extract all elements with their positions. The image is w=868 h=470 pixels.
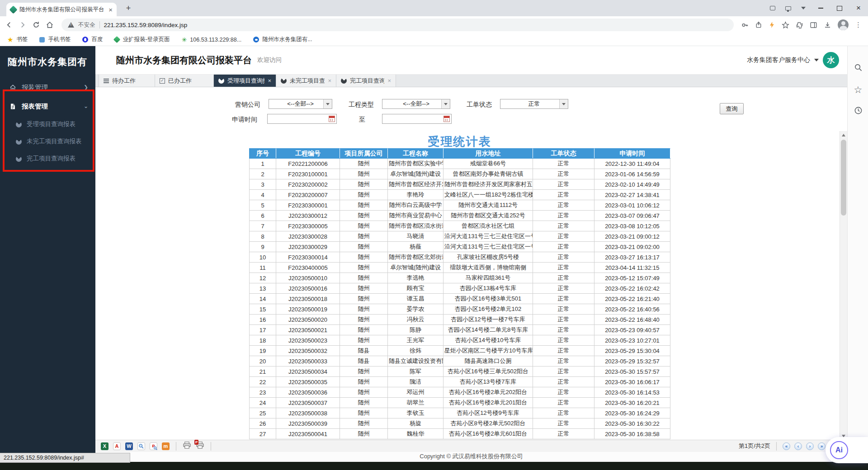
query-button[interactable]: 查询: [720, 103, 744, 114]
print-icon[interactable]: [183, 442, 191, 451]
tab-accepted-report[interactable]: 受理项目查询报表 ×: [214, 75, 276, 87]
table-row[interactable]: 8J20230300028随州马晓清沿河大道131号三七三处住宅区一号正常202…: [250, 231, 670, 242]
table-row[interactable]: 11F20230400005随州卓尔智城(随州)建设擂鼓墩大道西侧，博物馆南侧正…: [250, 263, 670, 273]
search-icon[interactable]: [853, 62, 863, 72]
side-panel-icon[interactable]: [810, 21, 817, 29]
table-row[interactable]: 26J20230500039随州杨旋杏苑小区8号楼2单元502阳台正常2023-…: [250, 418, 670, 429]
first-page-button[interactable]: «: [783, 442, 790, 450]
tab-unfinished-report[interactable]: 未完工项目查询报表 ×: [276, 75, 336, 87]
table-row[interactable]: 10F20230300014随州随州市曾都区北郊街道孔家坡社区棚改房5号楼正常2…: [250, 252, 670, 263]
browser-tab[interactable]: 随州市水务集团有限公司报装平台 ×: [6, 3, 117, 16]
table-row[interactable]: 1F20221200006随州随州市曾都区实验中学戒烟堂巷66号正常2022-1…: [250, 159, 670, 169]
sidebar-item-baozhuang[interactable]: 报装管理 ❯: [0, 78, 95, 97]
maximize-button[interactable]: [830, 0, 849, 16]
tab-close-icon[interactable]: ×: [387, 77, 391, 84]
table-row[interactable]: 20J20230500033随县随县立诚建设投资有限随县高速路口公厕正常2023…: [250, 356, 670, 367]
tab-done[interactable]: ✓ 已办工作: [155, 75, 214, 87]
table-row[interactable]: 24J20230500037随州胡翠兰杏苑小区16号楼2单元201阳台正常202…: [250, 398, 670, 408]
new-tab-button[interactable]: +: [123, 3, 134, 14]
image-export-icon[interactable]: m: [162, 442, 170, 450]
tab-finished-report[interactable]: 完工项目查询报表 ×: [336, 75, 396, 87]
history-clock-icon[interactable]: [853, 105, 863, 115]
date-from-input[interactable]: [267, 114, 337, 124]
bookmark-item[interactable]: ✳106.53.113.229:88...: [182, 36, 242, 43]
tab-close-icon[interactable]: ×: [328, 77, 331, 84]
bookmark-star-icon[interactable]: [782, 21, 789, 29]
status-select[interactable]: 正常: [500, 99, 568, 109]
table-row[interactable]: 19J20230500032随县徐炜星炬小区南区二号楼平方10号车库正常2023…: [250, 346, 670, 356]
table-row[interactable]: 9J20230300029随州杨薇沿河大道131号三七三处住宅区一号正常2023…: [250, 242, 670, 252]
close-window-button[interactable]: ×: [849, 0, 868, 16]
table-row[interactable]: 27J20230500041随州魏桂华杏苑小区16号楼2单元601阳台正常202…: [250, 429, 670, 439]
sidebar-subitem-finished[interactable]: 完工项目查询报表: [0, 150, 95, 167]
bookmark-item[interactable]: 业扩报装-登录页面: [114, 36, 170, 43]
split-view-icon[interactable]: [780, 2, 796, 14]
sidebar-subitem-accepted[interactable]: 受理项目查询报表: [0, 116, 95, 133]
forward-icon[interactable]: [18, 20, 27, 29]
company-select[interactable]: <--全部-->: [269, 99, 332, 109]
scroll-up-arrow[interactable]: [840, 131, 847, 139]
tab-close-icon[interactable]: ×: [108, 6, 113, 13]
table-row[interactable]: 21J20230500034随州陈军杏苑小区16号楼三单元502阳台正常2023…: [250, 367, 670, 377]
sidebar-subitem-unfinished[interactable]: 未完工项目查询报表: [0, 133, 95, 150]
lightning-extension-icon[interactable]: [769, 21, 775, 28]
pdf-print-icon[interactable]: P: [196, 442, 204, 451]
table-row[interactable]: 6J20230300012随州随州市商业贸易中心随州市曾都区交通大道252号正常…: [250, 211, 670, 221]
next-page-button[interactable]: ›: [806, 442, 814, 450]
downloads-icon[interactable]: [824, 21, 831, 29]
favorites-star-icon[interactable]: ☆: [853, 85, 863, 95]
table-row[interactable]: 2F20230100001随州卓尔智城(随州)建设曾都区南郊办事处青铜古镇正常2…: [250, 169, 670, 179]
date-to-input[interactable]: [382, 114, 452, 124]
table-row[interactable]: 12J20230500010随州李选艳马家榨四组361号正常2023-05-12…: [250, 273, 670, 283]
table-row[interactable]: 14J20230500018随州谭玉昌杏园小区16号楼3单元501正常2023-…: [250, 294, 670, 304]
profile-avatar[interactable]: [838, 19, 849, 30]
pdf-export-icon[interactable]: A: [113, 442, 121, 450]
table-row[interactable]: 13J20230500016随州顾有宝杏园小区13栋4号车库正常2023-05-…: [250, 283, 670, 294]
print-preview-icon[interactable]: [137, 442, 145, 450]
share-icon[interactable]: [755, 21, 762, 28]
bookmark-item[interactable]: ★书签: [7, 36, 28, 43]
table-row[interactable]: 17J20230500021随州陈静杏园小区14号楼二单元8号车库正常2023-…: [250, 325, 670, 335]
table-row[interactable]: 16J20230500020随州冯秋云杏园小区12号楼一楼7号车库正常2023-…: [250, 315, 670, 325]
not-secure-warning-icon[interactable]: [68, 22, 74, 28]
pdf-preview-icon[interactable]: P: [150, 442, 157, 450]
sidebar-item-baobiao[interactable]: 报表管理 ⌄: [0, 97, 95, 116]
type-select[interactable]: <--全部-->: [382, 99, 450, 109]
downloads-tray-icon[interactable]: [796, 2, 811, 14]
url-text[interactable]: 221.235.152.59:8089/index.jsp: [104, 22, 188, 28]
table-row[interactable]: 7F20230300005随州随州市曾都区涢水街道曾都区涢水社区七组正常2023…: [250, 221, 670, 231]
bookmark-item[interactable]: 手机书签: [39, 36, 71, 43]
prev-page-button[interactable]: ‹: [794, 442, 802, 450]
table-row[interactable]: 5F20230300001随州随州市白云高级中学随州市交通大道1112号正常20…: [250, 200, 670, 211]
scroll-thumb[interactable]: [841, 140, 846, 216]
table-row[interactable]: 18J20230500023随州王光军杏苑小区14号楼10号车库正常2023-0…: [250, 335, 670, 346]
reload-icon[interactable]: [32, 20, 41, 29]
calendar-icon[interactable]: [443, 116, 450, 122]
bookmark-item[interactable]: 百度: [82, 36, 103, 43]
table-row[interactable]: 25J20230500038随州李钦玉杏苑小区12号楼9号车库正常2023-05…: [250, 408, 670, 418]
calendar-icon[interactable]: [329, 116, 335, 122]
tab-todo[interactable]: 待办工作: [99, 75, 155, 87]
minimize-button[interactable]: [811, 0, 830, 16]
ai-assistant-button[interactable]: Ai: [826, 437, 868, 463]
bookmark-item[interactable]: 随州市水务集团有...: [253, 36, 312, 43]
tab-close-icon[interactable]: ×: [268, 77, 271, 84]
extensions-puzzle-icon[interactable]: [796, 21, 803, 29]
user-menu[interactable]: 水务集团客户服务中心 水: [747, 52, 839, 68]
table-row[interactable]: 4F20230200007随州李艳玲文峰社区八一一组182号2栋住宅楼正常202…: [250, 190, 670, 200]
table-row[interactable]: 22J20230500035随州隗洁杏苑小区13号楼7车库正常2023-05-3…: [250, 377, 670, 387]
last-page-button[interactable]: »: [818, 442, 826, 450]
back-icon[interactable]: [5, 20, 14, 29]
table-row[interactable]: 3F20230200002随州随州市曾都区经济开发随州市曾都经济开发区周家寨村五…: [250, 179, 670, 190]
excel-export-icon[interactable]: X: [101, 442, 108, 450]
tab-preview-icon[interactable]: [765, 2, 780, 14]
avatar[interactable]: 水: [823, 52, 839, 68]
table-row[interactable]: 23J20230500036随州邓运州杏苑小区16号楼2单元202阳台正常202…: [250, 387, 670, 398]
word-export-icon[interactable]: W: [125, 442, 133, 450]
address-bar[interactable]: 不安全 221.235.152.59:8089/index.jsp: [61, 19, 734, 31]
password-key-icon[interactable]: [741, 21, 749, 29]
table-row[interactable]: 15J20230500019随州晏学农杏园小区16号楼2单元102正常2023-…: [250, 304, 670, 315]
report-scrollbar[interactable]: [840, 131, 847, 440]
browser-menu-icon[interactable]: ⋮: [855, 21, 862, 29]
home-icon[interactable]: [45, 20, 54, 29]
